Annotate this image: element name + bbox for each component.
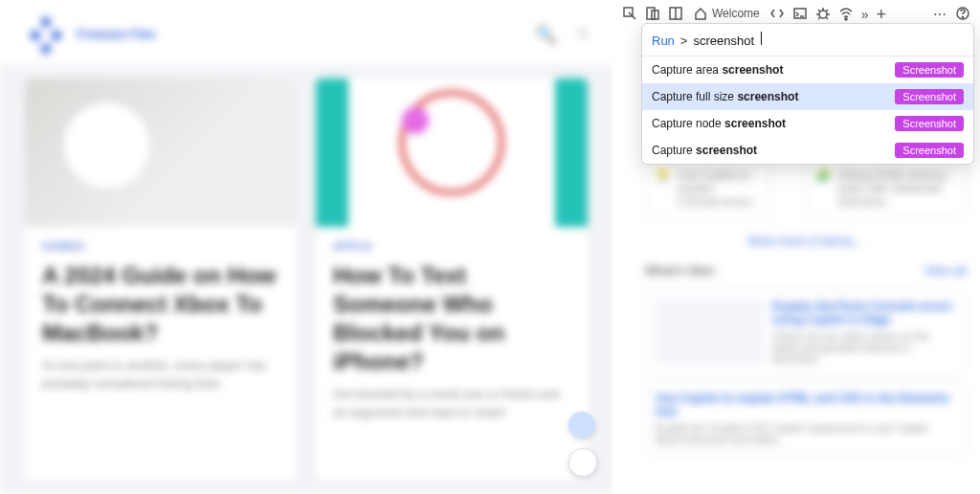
category-badge: Screenshot: [895, 143, 964, 158]
inspect-icon[interactable]: [622, 6, 637, 24]
elements-icon[interactable]: [769, 6, 785, 24]
article-card[interactable]: GAMES A 2024 Guide on How To Connect Xbo…: [25, 79, 297, 481]
dock-icon[interactable]: [668, 6, 683, 24]
article-thumb: [25, 79, 297, 227]
article-title[interactable]: How To Text Someone Who Blocked You on i…: [333, 261, 570, 376]
bug-icon[interactable]: [815, 6, 831, 24]
command-input[interactable]: Run >screenshot: [642, 24, 973, 56]
more-tabs-icon[interactable]: »: [861, 7, 869, 22]
article-kicker: GAMES: [42, 240, 279, 252]
category-badge: Screenshot: [895, 89, 964, 104]
page-fab: [568, 412, 597, 477]
add-tab-icon[interactable]: +: [877, 6, 887, 23]
article-excerpt: At one point or another, every player ha…: [42, 357, 279, 393]
console-icon[interactable]: [792, 6, 808, 24]
category-badge: Screenshot: [895, 62, 964, 78]
article-title[interactable]: A 2024 Guide on How To Connect Xbox To M…: [42, 261, 279, 348]
palette-option-active[interactable]: Capture full size screenshotScreenshot: [642, 83, 973, 110]
devtools-tabstrip: Welcome » + ⋯: [622, 4, 970, 25]
svg-point-6: [819, 11, 827, 18]
article-kicker: APPLE: [333, 240, 570, 252]
article-card[interactable]: APPLE How To Text Someone Who Blocked Yo…: [316, 79, 588, 481]
article-excerpt: Got blocked by a loved one or friend ove…: [333, 386, 570, 422]
palette-option[interactable]: Capture area screenshotScreenshot: [642, 56, 973, 83]
share-fab[interactable]: [568, 448, 597, 477]
help-icon[interactable]: [955, 6, 970, 24]
svg-point-9: [962, 16, 963, 17]
site-logo: Freeware Filez: [25, 13, 156, 56]
svg-rect-1: [647, 8, 655, 19]
svg-point-7: [845, 18, 847, 20]
search-icon[interactable]: 🔍: [535, 24, 556, 45]
palette-option[interactable]: Capture screenshotScreenshot: [642, 137, 973, 164]
article-thumb: [316, 79, 588, 227]
command-palette: Run >screenshot Capture area screenshotS…: [641, 23, 974, 165]
category-badge: Screenshot: [895, 116, 964, 131]
tab-welcome[interactable]: Welcome: [691, 4, 762, 25]
kebab-icon[interactable]: ⋯: [933, 7, 947, 22]
menu-icon[interactable]: ≡: [577, 24, 588, 45]
chat-fab[interactable]: [568, 412, 595, 438]
device-icon[interactable]: [645, 6, 660, 24]
palette-option[interactable]: Capture node screenshotScreenshot: [642, 110, 973, 137]
network-icon[interactable]: [838, 6, 854, 24]
